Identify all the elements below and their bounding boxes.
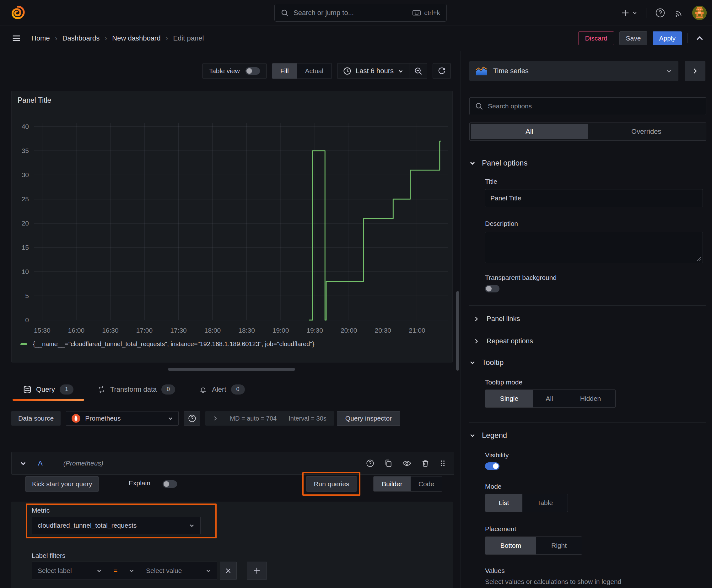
delete-query-button[interactable] (421, 459, 429, 467)
save-button[interactable]: Save (619, 31, 648, 45)
svg-text:40: 40 (22, 123, 29, 130)
collapse-header-button[interactable] (693, 31, 707, 45)
svg-text:18:00: 18:00 (204, 327, 221, 334)
breadcrumb-dashboards[interactable]: Dashboards (63, 34, 100, 42)
refresh-button[interactable] (433, 63, 451, 79)
tab-alert[interactable]: Alert 0 (187, 378, 257, 401)
query-options-bar[interactable]: MD = auto = 704 Interval = 30s (205, 411, 334, 426)
add-filter-button[interactable] (247, 562, 267, 580)
fill-actual-switch: Fill Actual (272, 63, 332, 79)
search-input[interactable]: Search or jump to... ctrl+k (274, 4, 447, 22)
time-range-picker[interactable]: Last 6 hours (338, 63, 409, 79)
query-inspector-button[interactable]: Query inspector (337, 411, 400, 426)
question-circle-icon (188, 414, 196, 422)
options-sidebar: Time series Search options All Overrides… (460, 51, 712, 588)
repeat-options-section[interactable]: Repeat options (474, 333, 533, 349)
fill-option[interactable]: Fill (272, 63, 297, 79)
search-icon (281, 9, 288, 17)
drag-handle[interactable] (439, 459, 446, 467)
duplicate-query-button[interactable] (384, 459, 392, 467)
legend-section-header[interactable]: Legend (469, 431, 507, 440)
value-select[interactable]: Select value (140, 562, 217, 580)
panel-links-section[interactable]: Panel links (474, 311, 520, 327)
visualization-picker[interactable]: Time series (469, 61, 678, 81)
query-ref-id: A (38, 459, 43, 467)
query-datasource-hint: (Prometheus) (63, 460, 103, 467)
label-select[interactable]: Select label (32, 562, 108, 580)
visualization-name: Time series (493, 67, 660, 75)
legend-mode-label: Mode (485, 483, 502, 490)
legend-placement-label: Placement (485, 525, 516, 533)
apply-button[interactable]: Apply (653, 31, 682, 45)
svg-text:25: 25 (22, 195, 29, 203)
legend-mode-table[interactable]: Table (522, 494, 567, 512)
panel: Panel Title 051015202530354015:3016:0016… (11, 91, 453, 362)
grafana-logo-icon[interactable] (10, 5, 25, 20)
kick-start-query-button[interactable]: Kick start your query (25, 476, 99, 492)
time-controls: Last 6 hours (337, 63, 427, 79)
search-icon (475, 102, 483, 110)
bell-icon (199, 385, 207, 394)
builder-option[interactable]: Builder (373, 477, 411, 491)
query-row-a[interactable]: A (Prometheus) (11, 452, 454, 475)
code-option[interactable]: Code (411, 477, 442, 491)
remove-filter-button[interactable] (220, 562, 237, 580)
user-avatar[interactable] (692, 6, 707, 20)
table-view-label: Table view (209, 67, 240, 75)
datasource-row: Data source Prometheus MD = (11, 411, 400, 426)
hide-query-button[interactable] (403, 459, 411, 467)
actual-option[interactable]: Actual (297, 63, 331, 79)
question-circle-icon (366, 459, 374, 467)
description-textarea[interactable] (485, 232, 703, 263)
pane-resize-handle[interactable] (168, 368, 295, 371)
open-viz-picker-button[interactable] (685, 61, 706, 81)
run-queries-button[interactable]: Run queries (306, 476, 357, 491)
tab-overrides[interactable]: Overrides (588, 124, 705, 139)
add-button[interactable] (621, 9, 637, 17)
tooltip-section-header[interactable]: Tooltip (469, 358, 503, 367)
svg-text:19:30: 19:30 (306, 327, 323, 334)
news-button[interactable] (674, 8, 684, 18)
datasource-help-button[interactable] (184, 411, 200, 426)
collapse-query-icon[interactable] (20, 460, 27, 467)
legend-item[interactable]: {__name__="cloudflared_tunnel_total_requ… (20, 340, 314, 348)
menu-toggle-button[interactable] (9, 31, 23, 45)
svg-text:15:30: 15:30 (34, 327, 50, 334)
tooltip-mode-single[interactable]: Single (486, 390, 533, 407)
help-button[interactable] (655, 8, 665, 18)
svg-text:30: 30 (22, 171, 29, 178)
legend-placement-right[interactable]: Right (536, 537, 582, 554)
chevron-down-icon (189, 523, 195, 528)
breadcrumb-new-dashboard[interactable]: New dashboard (112, 34, 160, 42)
svg-text:10: 10 (22, 268, 29, 275)
query-help-button[interactable] (366, 459, 374, 467)
tab-all[interactable]: All (471, 124, 588, 139)
breadcrumb-home[interactable]: Home (31, 34, 50, 42)
zoom-out-button[interactable] (409, 63, 427, 79)
tooltip-mode-all[interactable]: All (533, 390, 566, 407)
tooltip-mode-hidden[interactable]: Hidden (566, 390, 615, 407)
explain-toggle[interactable] (163, 480, 177, 488)
tab-query[interactable]: Query 1 (11, 378, 85, 401)
svg-text:17:00: 17:00 (136, 327, 153, 334)
legend-mode-list[interactable]: List (486, 494, 522, 512)
title-input[interactable]: Panel Title (485, 189, 703, 207)
transparent-background-toggle[interactable] (485, 285, 499, 292)
datasource-picker[interactable]: Prometheus (66, 411, 179, 426)
discard-button[interactable]: Discard (578, 31, 614, 45)
chevron-down-icon (129, 568, 134, 573)
time-series-chart[interactable]: 051015202530354015:3016:0016:3017:0017:3… (12, 91, 452, 362)
tab-transform-data[interactable]: Transform data 0 (85, 378, 187, 401)
legend-placement-switch: Bottom Right (485, 537, 582, 555)
scrollbar-thumb[interactable] (456, 291, 459, 371)
panel-options-header[interactable]: Panel options (469, 159, 527, 167)
breadcrumb: Home › Dashboards › New dashboard › Edit… (31, 34, 204, 43)
metric-select[interactable]: cloudflared_tunnel_total_requests (32, 517, 201, 534)
refresh-icon (438, 67, 446, 75)
table-view-toggle[interactable] (245, 67, 260, 75)
operator-select[interactable]: = (108, 562, 140, 580)
visibility-toggle[interactable] (485, 462, 499, 470)
legend-placement-bottom[interactable]: Bottom (486, 537, 536, 554)
options-search-input[interactable]: Search options (469, 97, 706, 115)
max-data-points: MD = auto = 704 (230, 415, 277, 422)
